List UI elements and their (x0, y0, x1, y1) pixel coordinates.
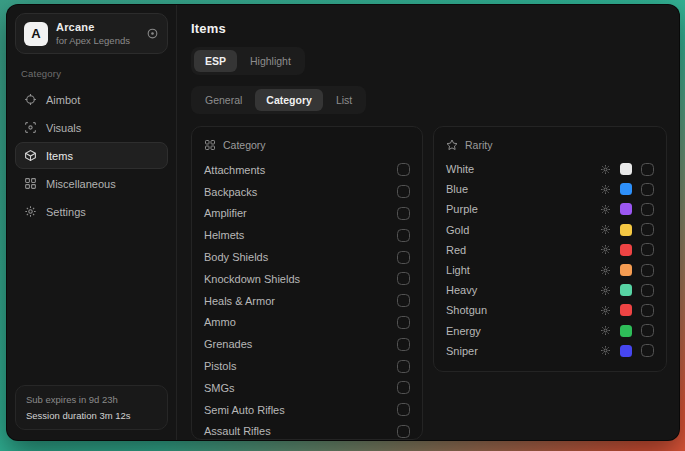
tab-category[interactable]: Category (255, 89, 323, 111)
rarity-checkbox[interactable] (641, 163, 654, 176)
rarity-panel-header: Rarity (446, 139, 654, 151)
rarity-panel: Rarity White (433, 126, 667, 372)
view-tab-group: General Category List (191, 86, 366, 114)
rarity-row: Light (446, 260, 654, 280)
tab-list[interactable]: List (325, 89, 363, 111)
main-content: Items ESP Highlight General Category Lis… (177, 5, 679, 440)
package-icon (24, 149, 37, 162)
gear-icon (24, 205, 37, 218)
category-checkbox[interactable] (397, 272, 410, 285)
rarity-controls (600, 223, 654, 236)
color-swatch[interactable] (620, 345, 632, 357)
rarity-checkbox[interactable] (641, 223, 654, 236)
color-swatch[interactable] (620, 325, 632, 337)
category-label: Attachments (204, 164, 265, 176)
sidebar-item-label: Items (46, 150, 73, 162)
category-checkbox[interactable] (397, 381, 410, 394)
mode-tab-group: ESP Highlight (191, 47, 305, 75)
tab-general[interactable]: General (194, 89, 253, 111)
gear-icon[interactable] (600, 204, 611, 215)
rarity-list: White (446, 159, 654, 361)
rarity-checkbox[interactable] (641, 304, 654, 317)
gear-icon[interactable] (600, 184, 611, 195)
rarity-row: Purple (446, 199, 654, 219)
category-label: Semi Auto Rifles (204, 404, 285, 416)
category-label: Assault Rifles (204, 425, 271, 437)
target-icon[interactable] (146, 27, 159, 40)
sidebar-item-visuals[interactable]: Visuals (15, 114, 168, 141)
sidebar-item-label: Settings (46, 206, 86, 218)
rarity-label: White (446, 163, 474, 175)
category-checkbox[interactable] (397, 316, 410, 329)
category-label: Backpacks (204, 186, 257, 198)
rarity-row: Blue (446, 179, 654, 199)
category-checkbox[interactable] (397, 163, 410, 176)
category-row: Attachments (204, 159, 410, 181)
category-checkbox[interactable] (397, 229, 410, 242)
category-row: Pistols (204, 355, 410, 377)
category-label: Grenades (204, 338, 252, 350)
rarity-controls (600, 304, 654, 317)
gear-icon[interactable] (600, 164, 611, 175)
rarity-controls (600, 264, 654, 277)
category-row: Backpacks (204, 181, 410, 203)
category-row: Heals & Armor (204, 290, 410, 312)
category-checkbox[interactable] (397, 425, 410, 438)
sidebar-item-miscellaneous[interactable]: Miscellaneous (15, 170, 168, 197)
category-checkbox[interactable] (397, 185, 410, 198)
color-swatch[interactable] (620, 163, 632, 175)
category-row: Semi Auto Rifles (204, 399, 410, 421)
rarity-checkbox[interactable] (641, 284, 654, 297)
sidebar-item-aimbot[interactable]: Aimbot (15, 86, 168, 113)
gear-icon[interactable] (600, 244, 611, 255)
category-panel: Category Attachments Backpacks Amplifier (191, 126, 423, 440)
category-checkbox[interactable] (397, 338, 410, 351)
category-label: Ammo (204, 316, 236, 328)
rarity-label: Light (446, 264, 470, 276)
rarity-checkbox[interactable] (641, 344, 654, 357)
app-subtitle: for Apex Legends (56, 35, 130, 46)
color-swatch[interactable] (620, 183, 632, 195)
sidebar-item-label: Aimbot (46, 94, 80, 106)
color-swatch[interactable] (620, 284, 632, 296)
gear-icon[interactable] (600, 325, 611, 336)
rarity-row: Heavy (446, 280, 654, 300)
rarity-label: Red (446, 244, 466, 256)
gear-icon[interactable] (600, 265, 611, 276)
category-panel-header: Category (204, 139, 410, 151)
rarity-row: Energy (446, 321, 654, 341)
category-checkbox[interactable] (397, 294, 410, 307)
sidebar-item-items[interactable]: Items (15, 142, 168, 169)
category-checkbox[interactable] (397, 403, 410, 416)
rarity-checkbox[interactable] (641, 243, 654, 256)
category-label: Pistols (204, 360, 236, 372)
category-checkbox[interactable] (397, 251, 410, 264)
rarity-controls (600, 243, 654, 256)
rarity-checkbox[interactable] (641, 324, 654, 337)
rarity-checkbox[interactable] (641, 183, 654, 196)
gear-icon[interactable] (600, 285, 611, 296)
gear-icon[interactable] (600, 345, 611, 356)
color-swatch[interactable] (620, 304, 632, 316)
app-name: Arcane (56, 21, 130, 33)
category-row: Grenades (204, 333, 410, 355)
category-checkbox[interactable] (397, 360, 410, 373)
color-swatch[interactable] (620, 244, 632, 256)
color-swatch[interactable] (620, 203, 632, 215)
gear-icon[interactable] (600, 224, 611, 235)
rarity-checkbox[interactable] (641, 203, 654, 216)
category-label: Knockdown Shields (204, 273, 300, 285)
category-row: Knockdown Shields (204, 268, 410, 290)
rarity-panel-title: Rarity (465, 139, 492, 151)
rarity-checkbox[interactable] (641, 264, 654, 277)
category-checkbox[interactable] (397, 207, 410, 220)
color-swatch[interactable] (620, 224, 632, 236)
rarity-label: Blue (446, 183, 468, 195)
sidebar-item-settings[interactable]: Settings (15, 198, 168, 225)
tab-highlight[interactable]: Highlight (239, 50, 302, 72)
rarity-controls (600, 284, 654, 297)
tab-esp[interactable]: ESP (194, 50, 237, 72)
color-swatch[interactable] (620, 264, 632, 276)
sidebar-section-label: Category (21, 68, 162, 79)
gear-icon[interactable] (600, 305, 611, 316)
